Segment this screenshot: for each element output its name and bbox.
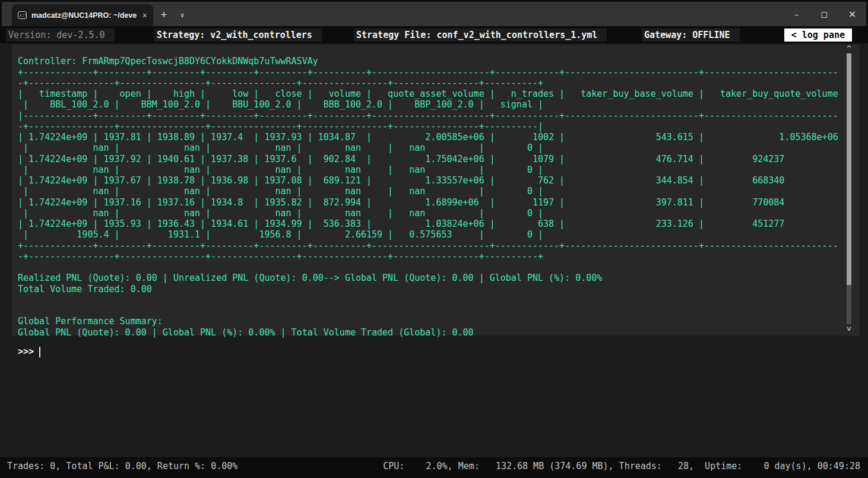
- maximize-button[interactable]: □: [810, 2, 838, 26]
- version-label: Version: dev-2.5.0: [6, 29, 115, 42]
- gateway-status-label: Gateway: OFFLINE: [642, 29, 740, 42]
- tab-dropdown-icon[interactable]: ∨: [175, 4, 190, 26]
- scrollbar-thumb[interactable]: [847, 53, 851, 285]
- prompt-label: >>>: [18, 346, 34, 357]
- log-pane[interactable]: Controller: FrmARmp7QpecToswcjB8DY6CYokk…: [12, 45, 860, 335]
- scrollbar-track[interactable]: [847, 285, 851, 324]
- log-pane-button[interactable]: < log pane: [784, 29, 852, 42]
- terminal-icon: c:\: [18, 11, 27, 19]
- tab-title: madcatz@NUC14PRO: ~/deve: [31, 11, 139, 20]
- command-input-line[interactable]: >>>: [18, 346, 40, 357]
- strategy-file-label: Strategy File: conf_v2_with_controllers_…: [354, 29, 607, 42]
- minimize-button[interactable]: –: [783, 2, 810, 26]
- terminal-tab[interactable]: c:\ madcatz@NUC14PRO: ~/deve ×: [12, 4, 153, 26]
- titlebar: c:\ madcatz@NUC14PRO: ~/deve × + ∨ – □ ×: [0, 0, 868, 26]
- close-button[interactable]: ×: [838, 2, 866, 26]
- trades-summary-text: Trades: 0, Total P&L: 0.00, Return %: 0.…: [7, 461, 237, 471]
- terminal-window: c:\ madcatz@NUC14PRO: ~/deve × + ∨ – □ ×…: [0, 0, 868, 478]
- strategy-label: Strategy: v2_with_controllers: [154, 29, 322, 42]
- tab-close-icon[interactable]: ×: [142, 11, 147, 20]
- window-controls: – □ ×: [783, 2, 866, 26]
- app-status-topbar: Version: dev-2.5.0 Strategy: v2_with_con…: [6, 28, 862, 43]
- scroll-up-icon[interactable]: ^: [845, 45, 853, 53]
- scroll-down-icon[interactable]: v: [845, 324, 853, 333]
- terminal-content: Controller: FrmARmp7QpecToswcjB8DY6CYokk…: [0, 43, 868, 457]
- new-tab-button[interactable]: +: [156, 4, 172, 26]
- text-cursor: [39, 347, 40, 357]
- system-stats-text: CPU: 2.0%, Mem: 132.68 MB (374.69 MB), T…: [383, 461, 860, 471]
- statusbar: Trades: 0, Total P&L: 0.00, Return %: 0.…: [0, 457, 868, 478]
- log-output: Controller: FrmARmp7QpecToswcjB8DY6CYokk…: [12, 45, 860, 338]
